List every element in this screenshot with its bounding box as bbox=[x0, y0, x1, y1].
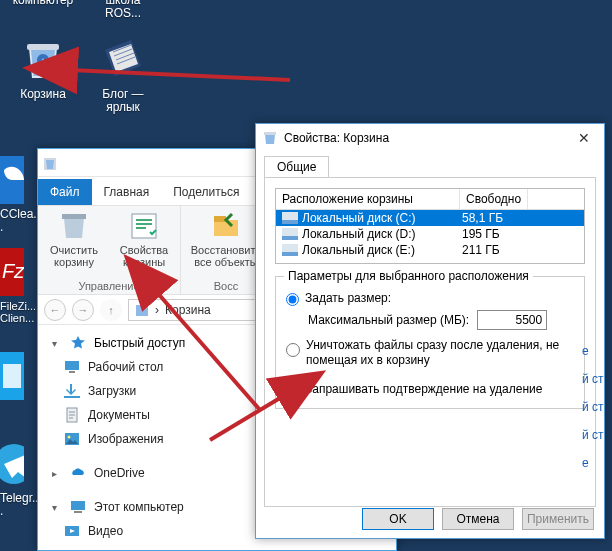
nav-label: Изображения bbox=[88, 432, 163, 446]
desktop-icon-blog[interactable]: Блог — ярлык bbox=[86, 36, 160, 114]
restore-all-button[interactable]: Восстановить все объекты bbox=[187, 210, 265, 268]
desktop-icon-filezilla[interactable]: Fz FileZi... Clien... bbox=[0, 248, 40, 324]
nav-label: OneDrive bbox=[94, 466, 145, 480]
svg-rect-11 bbox=[214, 216, 226, 222]
properties-icon bbox=[128, 210, 160, 242]
disk-list-header: Расположение корзины Свободно bbox=[276, 189, 584, 210]
disk-name: Локальный диск (C:) bbox=[302, 211, 416, 225]
nav-label: Этот компьютер bbox=[94, 500, 184, 514]
chevron-right-icon: ▸ bbox=[52, 468, 62, 479]
svg-rect-10 bbox=[214, 220, 238, 236]
svg-point-18 bbox=[68, 436, 71, 439]
nav-label: Быстрый доступ bbox=[94, 336, 185, 350]
svg-rect-22 bbox=[264, 132, 276, 135]
desktop-icon-recycle-bin[interactable]: Корзина bbox=[6, 36, 80, 101]
desktop-icon-ccleaner[interactable]: CClea... bbox=[0, 156, 40, 234]
cancel-button[interactable]: Отмена bbox=[442, 508, 514, 530]
computer-icon bbox=[70, 499, 86, 515]
disk-free: 195 ГБ bbox=[456, 227, 500, 241]
nav-forward-button[interactable]: → bbox=[72, 299, 94, 321]
nav-label: Видео bbox=[88, 524, 123, 538]
nav-up-button[interactable]: ↑ bbox=[100, 299, 122, 321]
nav-back-button[interactable]: ← bbox=[44, 299, 66, 321]
text-fragment: й ст bbox=[582, 400, 604, 414]
radio-label: Задать размер: bbox=[305, 291, 391, 305]
desktop-icon-label: Корзина bbox=[6, 88, 80, 101]
documents-icon bbox=[64, 407, 80, 423]
radio-input[interactable] bbox=[286, 340, 300, 360]
svg-rect-5 bbox=[3, 364, 21, 388]
radio-custom-size[interactable]: Задать размер: bbox=[286, 291, 574, 306]
disk-list[interactable]: Расположение корзины Свободно Локальный … bbox=[275, 188, 585, 264]
desktop-icon-label: школа ROS... bbox=[86, 0, 160, 20]
svg-rect-12 bbox=[136, 305, 148, 316]
drive-icon bbox=[282, 228, 298, 240]
desktop-icon-telegram[interactable]: Telegr... bbox=[0, 440, 40, 518]
group-legend: Параметры для выбранного расположения bbox=[284, 269, 533, 283]
max-size-input[interactable] bbox=[477, 310, 547, 330]
svg-text:Fz: Fz bbox=[2, 260, 24, 282]
dialog-title: Свойства: Корзина bbox=[284, 131, 570, 145]
dialog-body: Расположение корзины Свободно Локальный … bbox=[264, 177, 596, 507]
text-fragment: й ст bbox=[582, 372, 604, 386]
recycle-bin-small-icon bbox=[262, 130, 278, 146]
desktop-icon-label: CClea... bbox=[0, 208, 40, 234]
pictures-icon bbox=[64, 431, 80, 447]
restore-icon bbox=[210, 210, 242, 242]
breadcrumb-location: Корзина bbox=[165, 303, 211, 317]
star-icon bbox=[70, 335, 86, 351]
text-fragment: й ст bbox=[582, 428, 604, 442]
disk-row[interactable]: Локальный диск (D:) 195 ГБ bbox=[276, 226, 584, 242]
disk-free: 58,1 ГБ bbox=[456, 211, 503, 225]
recycle-bin-icon bbox=[19, 36, 67, 84]
svg-rect-8 bbox=[62, 214, 86, 219]
apply-button[interactable]: Применить bbox=[522, 508, 594, 530]
checkbox-label: Запрашивать подтверждение на удаление bbox=[305, 382, 542, 396]
desktop-icon-label: FileZi... Clien... bbox=[0, 300, 40, 324]
recycle-bin-small-icon bbox=[135, 303, 149, 317]
downloads-icon bbox=[64, 383, 80, 399]
max-size-label: Максимальный размер (МБ): bbox=[308, 313, 469, 327]
location-settings-group: Параметры для выбранного расположения За… bbox=[275, 276, 585, 409]
desktop-icon-computer[interactable]: компьютер bbox=[6, 0, 80, 7]
dialog-tabstrip: Общие bbox=[256, 152, 604, 177]
checkbox-input[interactable] bbox=[286, 383, 299, 396]
tab-general[interactable]: Общие bbox=[264, 156, 329, 177]
svg-rect-28 bbox=[282, 252, 298, 256]
radio-destroy-immediately[interactable]: Уничтожать файлы сразу после удаления, н… bbox=[286, 338, 574, 368]
ok-button[interactable]: OK bbox=[362, 508, 434, 530]
button-label: Восстановить все объекты bbox=[187, 244, 265, 268]
desktop-icon-school[interactable]: школа ROS... bbox=[86, 0, 160, 20]
svg-rect-15 bbox=[64, 396, 80, 398]
desktop-icon-label: Блог — ярлык bbox=[86, 88, 160, 114]
tab-share[interactable]: Поделиться bbox=[161, 179, 251, 205]
checkbox-confirm-delete[interactable]: Запрашивать подтверждение на удаление bbox=[286, 382, 574, 396]
radio-label: Уничтожать файлы сразу после удаления, н… bbox=[306, 338, 574, 368]
nav-label: Документы bbox=[88, 408, 150, 422]
nav-label: Загрузки bbox=[88, 384, 136, 398]
disk-name: Локальный диск (E:) bbox=[302, 243, 415, 257]
notebook-icon bbox=[99, 36, 147, 84]
desktop-icon-unknown[interactable] bbox=[0, 352, 40, 404]
text-fragment: е bbox=[582, 456, 589, 470]
recycle-bin-small-icon bbox=[42, 155, 58, 171]
disk-name: Локальный диск (D:) bbox=[302, 227, 416, 241]
drive-icon bbox=[282, 212, 298, 224]
disk-row[interactable]: Локальный диск (C:) 58,1 ГБ bbox=[276, 210, 584, 226]
close-button[interactable]: ✕ bbox=[570, 130, 598, 146]
svg-rect-20 bbox=[74, 511, 82, 513]
svg-rect-26 bbox=[282, 236, 298, 240]
text-fragment: е bbox=[582, 344, 589, 358]
desktop-icon bbox=[64, 359, 80, 375]
recycle-properties-button[interactable]: Свойства корзины bbox=[114, 210, 174, 268]
empty-recycle-button[interactable]: Очистить корзину bbox=[44, 210, 104, 268]
svg-rect-0 bbox=[27, 44, 59, 50]
radio-input[interactable] bbox=[286, 293, 299, 306]
tab-home[interactable]: Главная bbox=[92, 179, 162, 205]
nav-label: Рабочий стол bbox=[88, 360, 163, 374]
desktop-icon-label: компьютер bbox=[6, 0, 80, 7]
desktop-icon-label: Telegr... bbox=[0, 492, 40, 518]
tab-file[interactable]: Файл bbox=[38, 179, 92, 205]
dialog-titlebar[interactable]: Свойства: Корзина ✕ bbox=[256, 124, 604, 152]
disk-row[interactable]: Локальный диск (E:) 211 ГБ bbox=[276, 242, 584, 258]
